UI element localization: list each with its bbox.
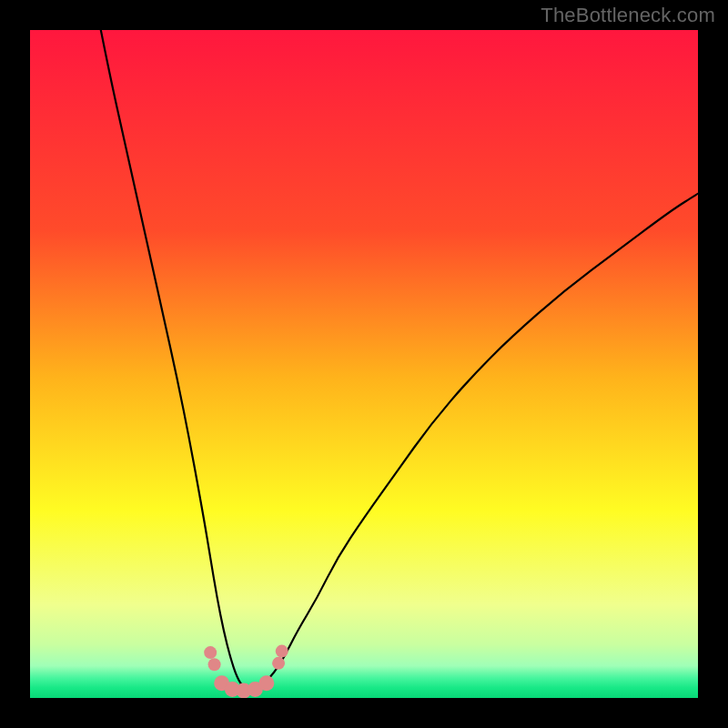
chart-svg — [0, 0, 728, 728]
valley-marker — [204, 646, 217, 659]
valley-marker — [276, 645, 288, 658]
valley-marker — [208, 658, 221, 671]
valley-marker — [258, 675, 274, 691]
watermark-text: TheBottleneck.com — [541, 4, 715, 27]
gradient-background — [30, 30, 698, 698]
valley-marker — [272, 657, 285, 670]
chart-stage: TheBottleneck.com — [0, 0, 728, 728]
